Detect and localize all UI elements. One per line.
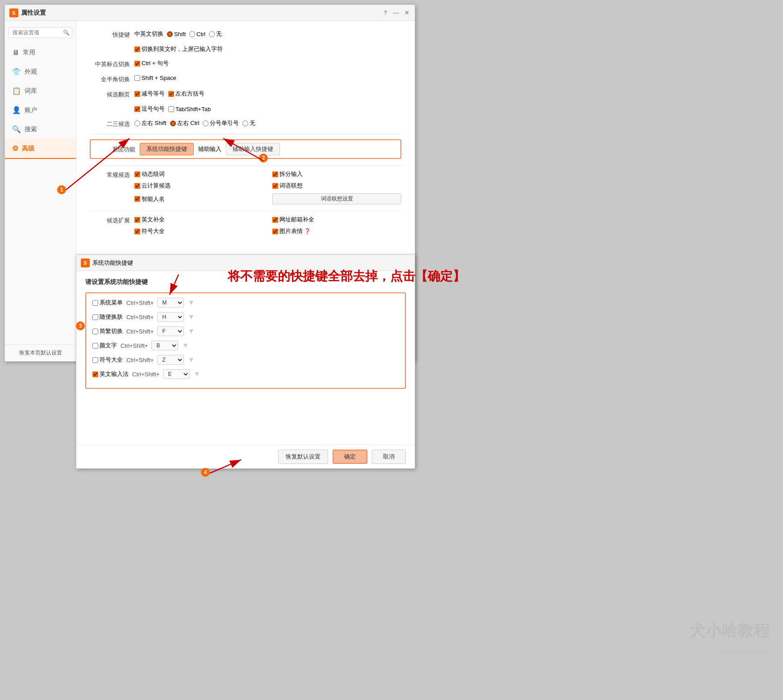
radio-none[interactable]: 无: [209, 30, 222, 38]
sidebar-item-label-appearance: 外观: [25, 68, 37, 76]
cloud-compute-checkbox[interactable]: 云计算候选: [134, 182, 263, 190]
sidebar-item-advanced[interactable]: ⚙ 高级: [5, 139, 76, 159]
candidate-page-label: 候选翻页: [90, 90, 130, 99]
system-menu-label: 系统菜单: [100, 299, 123, 307]
candidate-expand-label: 候选扩展: [90, 216, 130, 225]
sidebar-item-search[interactable]: 🔍 搜索: [5, 120, 76, 139]
second-sogou-logo: S: [81, 258, 90, 267]
symbol-lib-checkbox[interactable]: 符号大全: [92, 356, 123, 364]
symbol-library-checkbox[interactable]: 符号大全: [134, 227, 263, 235]
badge-2: 2: [259, 154, 268, 162]
switch-note-checkbox[interactable]: 切换到英文时，上屏已输入字符: [134, 45, 223, 53]
restore-default-button[interactable]: 恢复默认设置: [278, 450, 328, 464]
full-half-row: 全半角切换 Shift + Space: [90, 75, 401, 83]
instruction-text: 将不需要的快捷键全部去掉，点击【确定】: [228, 268, 465, 285]
search-box: 🔍: [8, 27, 72, 38]
cn-punct-row: 中英标点切换 Ctrl + 句号: [90, 59, 401, 68]
system-func-shortcut-button[interactable]: 系统功能快捷键: [140, 143, 194, 155]
candidate-page-controls2: 逗号句号 Tab/Shift+Tab: [134, 105, 401, 113]
assist-input-shortcut-button[interactable]: 辅助输入快捷键: [226, 143, 280, 155]
cn-punct-checkbox[interactable]: Ctrl + 句号: [134, 59, 169, 67]
watermark-en: quanxiaoha.com: [717, 647, 770, 655]
random-skin-combo: Ctrl+Shift+: [126, 314, 154, 321]
book-icon: 📋: [12, 87, 21, 95]
cn-punct-controls: Ctrl + 句号: [134, 59, 401, 67]
url-email-complete-checkbox[interactable]: 网址邮箱补全: [272, 216, 401, 224]
cn-punct-value: Ctrl + 句号: [142, 59, 169, 67]
emoticon-checkbox[interactable]: 颜文字: [92, 342, 117, 350]
radio-ctrl[interactable]: Ctrl: [189, 31, 205, 38]
comma-period-checkbox[interactable]: 逗号句号: [134, 105, 165, 113]
cn-en-switch-label: 中英文切换: [134, 30, 163, 38]
system-menu-select[interactable]: MNO: [157, 298, 184, 308]
sidebar-item-label-account: 账户: [25, 106, 37, 114]
shortcut-item-simp-trad: 简繁切换 Ctrl+Shift+ F ▼: [92, 326, 399, 336]
sidebar-item-appearance[interactable]: 👕 外观: [5, 62, 76, 81]
candidate-page-row: 候选翻页 减号等号 左右方括号: [90, 90, 401, 99]
sidebar-item-lexicon[interactable]: 📋 词库: [5, 81, 76, 100]
simp-trad-checkbox[interactable]: 简繁切换: [92, 327, 123, 335]
system-menu-checkbox[interactable]: 系统菜单: [92, 299, 123, 307]
random-skin-checkbox[interactable]: 随便换肤: [92, 313, 123, 321]
simp-trad-select[interactable]: F: [157, 326, 184, 336]
second-dialog-footer: 恢复默认设置 确定 取消: [76, 445, 415, 468]
full-half-label: 全半角切换: [90, 75, 130, 83]
system-func-label: 系统功能: [95, 145, 135, 154]
sidebar-item-label-lexicon: 词库: [25, 87, 37, 95]
word-think-settings-button[interactable]: 词语联想设置: [272, 193, 401, 204]
system-shortcut-dialog: S 系统功能快捷键 请设置系统功能快捷键 系统菜单 Ctrl+Shift+ MN…: [76, 254, 415, 469]
regular-candidate-row: 常规候选 动态组词 拆分输入 云计算候选: [90, 170, 401, 204]
word-association-checkbox[interactable]: 词语联想: [272, 182, 401, 190]
cn-punct-label: 中英标点切换: [90, 59, 130, 68]
regular-candidate-label: 常规候选: [90, 170, 130, 179]
sidebar-item-label-advanced: 高级: [22, 145, 34, 153]
emoji-checkbox[interactable]: 图片表情 ❓: [272, 227, 401, 235]
monitor-icon: 🖥: [12, 49, 19, 57]
minus-equals-checkbox[interactable]: 减号等号: [134, 90, 165, 98]
emoticon-label: 颜文字: [100, 342, 117, 350]
minimize-button[interactable]: —: [392, 9, 400, 17]
switch-note-text: 切换到英文时，上屏已输入字符: [142, 45, 223, 53]
radio-left-right-shift[interactable]: 左右 Shift: [134, 119, 167, 127]
search-nav-icon: 🔍: [12, 125, 21, 133]
random-skin-select[interactable]: H: [157, 312, 184, 322]
badge-1: 1: [57, 185, 66, 194]
radio-left-right-ctrl[interactable]: 左右 Ctrl: [170, 119, 200, 127]
full-half-checkbox[interactable]: Shift + Space: [134, 75, 176, 81]
sogou-logo-icon: S: [9, 8, 18, 17]
restore-page-default-button[interactable]: 恢复本页默认设置: [5, 344, 76, 361]
cancel-button[interactable]: 取消: [372, 450, 406, 464]
shortcut-label: 快捷键: [90, 30, 130, 39]
emoticon-select[interactable]: B: [151, 341, 178, 350]
shortcut-item-en-ime: 英文输入法 Ctrl+Shift+ E ▼: [92, 369, 399, 379]
candidate-expand-controls: 英文补全 网址邮箱补全 符号大全 图片表情 ❓: [134, 216, 401, 235]
symbol-lib-label: 符号大全: [100, 356, 123, 364]
dynamic-phrase-checkbox[interactable]: 动态组词: [134, 170, 263, 178]
tab-shift-tab-checkbox[interactable]: Tab/Shift+Tab: [168, 106, 211, 112]
sidebar-item-account[interactable]: 👤 账户: [5, 100, 76, 120]
help-button[interactable]: ?: [382, 9, 389, 17]
second-third-row: 二三候选 左右 Shift 左右 Ctrl 分号单引号 无: [90, 119, 401, 128]
radio-none-23[interactable]: 无: [242, 119, 255, 127]
second-dialog-title: 系统功能快捷键: [92, 259, 133, 267]
en-ime-label: 英文输入法: [100, 370, 129, 378]
help-icon: ❓: [304, 228, 311, 234]
sidebar-item-common[interactable]: 🖥 常用: [5, 43, 76, 62]
system-menu-combo: Ctrl+Shift+: [126, 300, 154, 306]
confirm-button[interactable]: 确定: [333, 450, 367, 464]
shortcut-item-emoticon: 颜文字 Ctrl+Shift+ B ▼: [92, 341, 399, 350]
brackets-checkbox[interactable]: 左右方括号: [168, 90, 204, 98]
close-button[interactable]: ✕: [403, 9, 410, 17]
en-ime-select[interactable]: E: [163, 369, 190, 379]
symbol-lib-select[interactable]: Z: [157, 355, 184, 365]
en-ime-checkbox[interactable]: 英文输入法: [92, 370, 129, 378]
split-input-checkbox[interactable]: 拆分输入: [272, 170, 401, 178]
shortcut-item-symbol-lib: 符号大全 Ctrl+Shift+ Z ▼: [92, 355, 399, 365]
smart-name-checkbox[interactable]: 智能人名: [134, 195, 263, 203]
shortcut-list-highlighted: 系统菜单 Ctrl+Shift+ MNO ▼ 随便换肤 Ctrl+Shift+ …: [85, 292, 406, 389]
en-complete-checkbox[interactable]: 英文补全: [134, 216, 263, 224]
radio-shift[interactable]: Shift: [167, 31, 186, 38]
second-dialog-body: 请设置系统功能快捷键 系统菜单 Ctrl+Shift+ MNO ▼ 随便换肤: [76, 271, 415, 402]
candidate-page-controls: 减号等号 左右方括号: [134, 90, 401, 98]
radio-semicolon-quote[interactable]: 分号单引号: [203, 119, 239, 127]
